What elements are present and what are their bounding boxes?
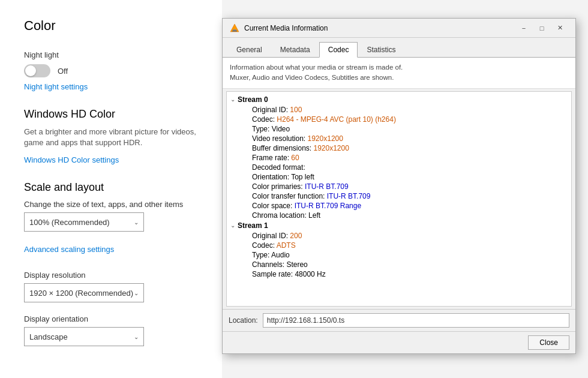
tree-row: Type: Audio xyxy=(227,250,571,260)
windows-hd-link[interactable]: Windows HD Color settings xyxy=(24,155,119,164)
settings-panel: Color Night light Off Night light settin… xyxy=(0,0,222,378)
orientation-label: Display orientation xyxy=(24,314,198,323)
tree-row: Color space: ITU-R BT.709 Range xyxy=(227,201,571,211)
vlc-tabs: General Metadata Codec Statistics xyxy=(223,38,575,58)
scale-desc: Change the size of text, apps, and other… xyxy=(24,200,198,209)
row-key: Codec: xyxy=(252,241,277,250)
resolution-value: 1920 × 1200 (Recommended) xyxy=(29,289,133,298)
tree-row: Orientation: Top left xyxy=(227,172,571,182)
row-value: H264 - MPEG-4 AVC (part 10) (h264) xyxy=(277,115,396,124)
windows-hd-title: Windows HD Color xyxy=(24,108,198,121)
scale-value: 100% (Recommended) xyxy=(29,218,110,227)
tree-row: Original ID: 200 xyxy=(227,231,571,241)
stream-header-0[interactable]: ⌄Stream 0 xyxy=(227,94,571,105)
row-key: Codec: xyxy=(252,115,277,124)
scale-title: Scale and layout xyxy=(24,181,198,194)
orientation-value: Landscape xyxy=(29,332,68,341)
scale-dropdown[interactable]: 100% (Recommended) ⌄ xyxy=(24,212,144,232)
advanced-scaling-link[interactable]: Advanced scaling settings xyxy=(24,245,114,254)
row-value: Video xyxy=(272,125,290,133)
row-value: 1920x1200 xyxy=(314,144,349,152)
row-key: Chroma location: xyxy=(252,211,308,220)
tab-codec[interactable]: Codec xyxy=(319,42,358,58)
row-value: Left xyxy=(308,211,320,220)
row-value: ADTS xyxy=(277,241,296,250)
tree-row: Channels: Stereo xyxy=(227,260,571,269)
windows-hd-desc: Get a brighter and more vibrant picture … xyxy=(24,127,198,148)
row-value: 60 xyxy=(291,154,299,162)
location-label: Location: xyxy=(229,316,258,325)
resolution-dropdown[interactable]: 1920 × 1200 (Recommended) ⌄ xyxy=(24,283,144,302)
tree-row: Original ID: 100 xyxy=(227,105,571,115)
row-value: ITU-R BT.709 xyxy=(305,182,349,191)
chevron-icon: ⌄ xyxy=(230,222,235,229)
row-value: 100 xyxy=(290,106,302,114)
vlc-description: Information about what your media or str… xyxy=(223,58,575,89)
tree-row: Color transfer function: ITU-R BT.709 xyxy=(227,191,571,201)
row-key: Decoded format: xyxy=(252,163,305,172)
row-value: 48000 Hz xyxy=(295,270,325,278)
row-key: Video resolution: xyxy=(252,134,308,143)
vlc-bottom-bar: Close xyxy=(223,331,575,353)
svg-rect-1 xyxy=(233,29,236,31)
row-value: Stereo xyxy=(286,260,307,269)
vlc-dialog: Current Media Information − □ ✕ General … xyxy=(222,18,576,354)
tree-row: Decoded format: xyxy=(227,163,571,172)
night-light-state: Off xyxy=(58,67,68,76)
row-key: Sample rate: xyxy=(252,270,295,278)
vlc-cone-icon xyxy=(230,23,239,33)
orientation-dropdown[interactable]: Landscape ⌄ xyxy=(24,327,144,346)
row-value: 200 xyxy=(290,232,302,240)
vlc-location-bar: Location: xyxy=(223,309,575,331)
tab-statistics[interactable]: Statistics xyxy=(358,42,404,58)
tab-metadata[interactable]: Metadata xyxy=(271,42,319,58)
settings-title: Color xyxy=(24,18,198,34)
row-key: Color space: xyxy=(252,202,295,210)
maximize-button[interactable]: □ xyxy=(533,20,550,37)
row-value: Audio xyxy=(271,251,290,259)
row-value: ITU-R BT.709 Range xyxy=(295,202,361,210)
orientation-dropdown-arrow: ⌄ xyxy=(134,334,139,340)
row-key: Type: xyxy=(252,251,271,259)
stream-header-1[interactable]: ⌄Stream 1 xyxy=(227,220,571,231)
row-key: Buffer dimensions: xyxy=(252,144,314,152)
description-line1: Information about what your media or str… xyxy=(230,62,568,73)
tree-row: Type: Video xyxy=(227,124,571,134)
tab-general[interactable]: General xyxy=(227,42,271,58)
resolution-dropdown-arrow: ⌄ xyxy=(134,290,139,296)
tree-row: Chroma location: Left xyxy=(227,211,571,220)
night-light-toggle[interactable] xyxy=(24,64,50,77)
vlc-window-controls: − □ ✕ xyxy=(515,20,568,37)
night-light-label: Night light xyxy=(24,50,198,59)
row-value: Top left xyxy=(291,173,314,181)
row-key: Type: xyxy=(252,125,272,133)
row-key: Orientation: xyxy=(252,173,291,181)
location-input[interactable] xyxy=(263,313,569,328)
tree-row: Color primaries: ITU-R BT.709 xyxy=(227,182,571,191)
toggle-knob xyxy=(25,65,36,76)
row-key: Original ID: xyxy=(252,106,290,114)
vlc-codec-tree[interactable]: ⌄Stream 0Original ID: 100Codec: H264 - M… xyxy=(226,91,572,307)
resolution-label: Display resolution xyxy=(24,271,198,280)
close-window-button[interactable]: ✕ xyxy=(551,20,568,37)
night-light-settings-link[interactable]: Night light settings xyxy=(24,82,88,91)
row-key: Color transfer function: xyxy=(252,192,327,200)
row-value: ITU-R BT.709 xyxy=(327,192,371,200)
row-key: Frame rate: xyxy=(252,154,291,162)
tree-row: Frame rate: 60 xyxy=(227,153,571,163)
row-key: Original ID: xyxy=(252,232,290,240)
description-line2: Muxer, Audio and Video Codecs, Subtitles… xyxy=(230,73,568,83)
row-value: 1920x1200 xyxy=(308,134,343,143)
tree-row: Video resolution: 1920x1200 xyxy=(227,134,571,143)
close-button[interactable]: Close xyxy=(528,335,569,350)
tree-row: Buffer dimensions: 1920x1200 xyxy=(227,143,571,153)
row-key: Color primaries: xyxy=(252,182,305,191)
minimize-button[interactable]: − xyxy=(515,20,532,37)
vlc-dialog-title: Current Media Information xyxy=(244,24,511,32)
svg-rect-2 xyxy=(232,31,237,32)
chevron-icon: ⌄ xyxy=(230,96,235,103)
tree-row: Sample rate: 48000 Hz xyxy=(227,269,571,279)
tree-row: Codec: ADTS xyxy=(227,241,571,250)
tree-row: Codec: H264 - MPEG-4 AVC (part 10) (h264… xyxy=(227,115,571,124)
scale-dropdown-arrow: ⌄ xyxy=(134,219,139,226)
